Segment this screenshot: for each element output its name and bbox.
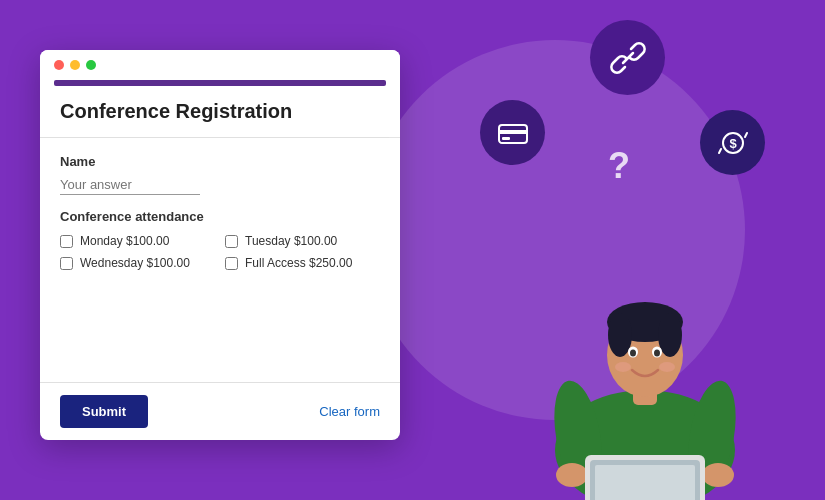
checkbox-tuesday-label: Tuesday $100.00 — [245, 234, 337, 248]
chrome-dot-yellow — [70, 60, 80, 70]
attendance-section: Conference attendance Monday $100.00 Tue… — [60, 209, 380, 270]
card-icon — [495, 115, 531, 151]
svg-rect-1 — [499, 130, 527, 134]
svg-point-19 — [556, 463, 588, 487]
window-chrome — [40, 50, 400, 80]
form-footer: Submit Clear form — [40, 382, 400, 440]
checkbox-tuesday[interactable]: Tuesday $100.00 — [225, 234, 380, 248]
svg-point-20 — [702, 463, 734, 487]
name-label: Name — [60, 154, 380, 169]
checkbox-grid: Monday $100.00 Tuesday $100.00 Wednesday… — [60, 234, 380, 270]
form-title: Conference Registration — [40, 86, 400, 138]
checkbox-monday-input[interactable] — [60, 235, 73, 248]
checkbox-monday[interactable]: Monday $100.00 — [60, 234, 215, 248]
svg-point-14 — [654, 350, 660, 357]
clear-form-link[interactable]: Clear form — [319, 404, 380, 419]
chrome-dot-red — [54, 60, 64, 70]
person-illustration — [520, 160, 770, 500]
money-icon: $ — [715, 125, 751, 161]
svg-text:$: $ — [729, 136, 737, 151]
card-icon-circle — [480, 100, 545, 165]
checkbox-fullaccess-input[interactable] — [225, 257, 238, 270]
checkbox-wednesday-input[interactable] — [60, 257, 73, 270]
checkbox-wednesday-label: Wednesday $100.00 — [80, 256, 190, 270]
checkbox-monday-label: Monday $100.00 — [80, 234, 169, 248]
svg-point-13 — [630, 350, 636, 357]
checkbox-fullaccess-label: Full Access $250.00 — [245, 256, 352, 270]
link-icon — [609, 39, 647, 77]
form-body: Name Conference attendance Monday $100.0… — [40, 138, 400, 382]
checkbox-wednesday[interactable]: Wednesday $100.00 — [60, 256, 215, 270]
attendance-label: Conference attendance — [60, 209, 380, 224]
name-input[interactable] — [60, 175, 200, 195]
svg-rect-2 — [502, 137, 510, 140]
svg-point-16 — [659, 362, 675, 372]
submit-button[interactable]: Submit — [60, 395, 148, 428]
svg-point-15 — [615, 362, 631, 372]
name-field-section: Name — [60, 154, 380, 195]
svg-rect-23 — [595, 465, 695, 500]
checkbox-fullaccess[interactable]: Full Access $250.00 — [225, 256, 380, 270]
checkbox-tuesday-input[interactable] — [225, 235, 238, 248]
link-icon-circle — [590, 20, 665, 95]
form-card: Conference Registration Name Conference … — [40, 50, 400, 440]
chrome-dot-green — [86, 60, 96, 70]
